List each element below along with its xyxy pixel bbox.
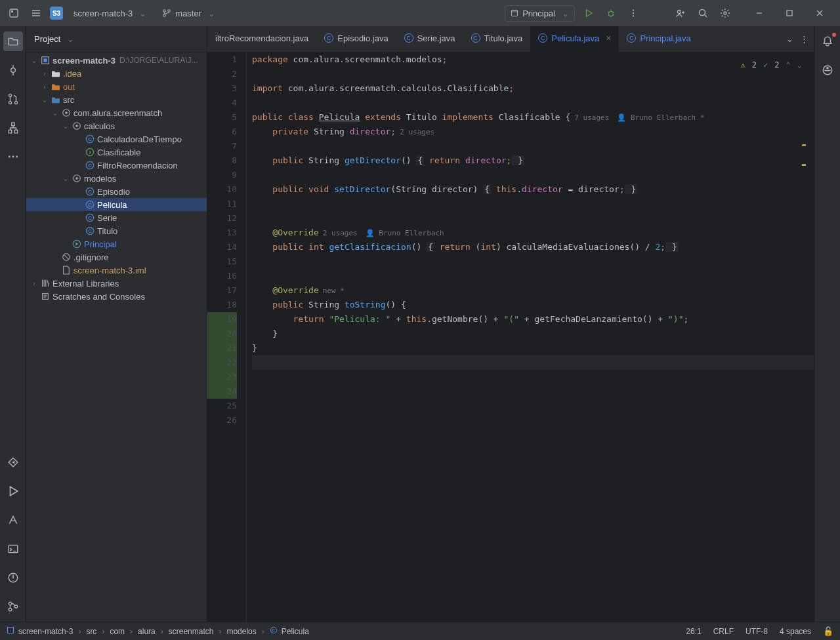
tree-item-iml[interactable]: screen-match-3.iml: [26, 264, 207, 277]
more-actions-icon[interactable]: [625, 5, 642, 22]
tree-item-class[interactable]: C CalculadoraDeTiempo: [26, 132, 207, 146]
tree-item-modelos[interactable]: ⌄ modelos: [26, 172, 207, 185]
tab-filtrorecomendacion[interactable]: iltroRecomendacion.java: [207, 26, 316, 52]
breadcrumb-item[interactable]: screen-match-3: [18, 627, 73, 636]
breadcrumb-item[interactable]: Pelicula: [282, 627, 309, 636]
tree-item-class[interactable]: C Titulo: [26, 224, 207, 237]
class-icon: C: [270, 626, 278, 636]
cursor-position[interactable]: 26:1: [686, 627, 701, 636]
tree-item-main-class[interactable]: Principal: [26, 237, 207, 250]
settings-icon[interactable]: [717, 5, 734, 22]
code-content[interactable]: package com.alura.screenmatch.modelos; i…: [247, 52, 814, 622]
ai-assistant-icon[interactable]: [818, 60, 837, 80]
build-tool-icon[interactable]: [3, 510, 23, 530]
indent[interactable]: 4 spaces: [780, 627, 811, 636]
tree-label: calculos: [84, 121, 115, 131]
readonly-toggle-icon[interactable]: 🔓: [823, 626, 833, 636]
services-tool-icon[interactable]: [3, 452, 23, 472]
tree-item-scratches[interactable]: Scratches and Consoles: [26, 290, 207, 303]
author-hint[interactable]: 👤 Bruno Ellerbach *: [613, 113, 708, 122]
debug-button[interactable]: [602, 5, 620, 22]
svg-rect-6: [512, 10, 518, 12]
breadcrumb-item[interactable]: screenmatch: [169, 627, 214, 636]
tree-label: CalculadoraDeTiempo: [97, 134, 182, 144]
tree-item-class[interactable]: C FiltroRecomendacion: [26, 159, 207, 172]
project-selector[interactable]: screen-match-3 ⌄: [68, 6, 152, 21]
breadcrumb-item[interactable]: com: [110, 627, 125, 636]
interface-icon: I: [84, 148, 96, 157]
more-tools-icon[interactable]: [3, 147, 23, 167]
vcs-branch-selector[interactable]: master ⌄: [157, 6, 220, 21]
svg-point-33: [65, 111, 68, 114]
tree-label: Episodio: [97, 187, 130, 197]
minimize-button[interactable]: [744, 0, 774, 26]
usages-hint[interactable]: 2 usages: [396, 128, 438, 136]
run-tool-icon[interactable]: [3, 481, 23, 501]
maximize-button[interactable]: [774, 0, 805, 26]
author-hint[interactable]: 👤 Bruno Ellerbach: [362, 229, 448, 237]
tree-item-idea[interactable]: › .idea: [26, 67, 207, 80]
breadcrumb-item[interactable]: modelos: [226, 627, 256, 636]
run-config-name: Principal: [522, 9, 555, 18]
code-with-me-icon[interactable]: [672, 5, 689, 22]
close-button[interactable]: [805, 0, 835, 26]
breadcrumb-item[interactable]: src: [86, 627, 96, 636]
tree-label: .idea: [63, 69, 81, 79]
tree-item-calculos[interactable]: ⌄ calculos: [26, 119, 207, 132]
tab-list-icon[interactable]: ⌄: [786, 34, 793, 44]
tree-label: FiltroRecomendacion: [97, 161, 178, 170]
tab-titulo[interactable]: CTitulo.java: [463, 26, 531, 52]
chevron-down-icon[interactable]: ⌄: [67, 34, 74, 44]
svg-text:C: C: [88, 189, 92, 195]
class-icon: C: [84, 187, 96, 196]
svg-point-15: [10, 68, 15, 73]
tree-item-external[interactable]: › External Libraries: [26, 277, 207, 290]
tree-item-out[interactable]: › out: [26, 80, 207, 93]
terminal-tool-icon[interactable]: [3, 539, 23, 559]
chevron-right-icon: ›: [219, 627, 221, 636]
tree-label: out: [63, 82, 75, 92]
tree-item-class[interactable]: C Serie: [26, 211, 207, 224]
search-icon[interactable]: [694, 5, 711, 22]
tab-pelicula[interactable]: CPelicula.java×: [530, 26, 619, 52]
project-tool-icon[interactable]: [3, 31, 23, 51]
commit-tool-icon[interactable]: [3, 60, 23, 80]
notifications-icon[interactable]: [818, 31, 837, 51]
structure-tool-icon[interactable]: [3, 118, 23, 138]
breadcrumb-module-icon: [7, 626, 14, 636]
close-tab-icon[interactable]: ×: [606, 33, 611, 43]
tree-item-package[interactable]: ⌄ com.alura.screenmatch: [26, 106, 207, 119]
tree-item-class-selected[interactable]: C Pelicula: [26, 198, 207, 211]
vcs-tool-icon[interactable]: [3, 597, 23, 616]
line-separator[interactable]: CRLF: [713, 627, 734, 636]
run-config-selector[interactable]: Principal ⌄: [505, 5, 575, 22]
tab-more-icon[interactable]: ⋮: [800, 34, 808, 44]
run-button[interactable]: [580, 5, 597, 22]
tree-root[interactable]: ⌄ screen-match-3 D:\JORGE\ALURA\J...: [26, 54, 207, 67]
new-hint[interactable]: new *: [319, 287, 348, 295]
usages-hint[interactable]: 2 usages: [319, 229, 362, 237]
svg-rect-19: [11, 123, 14, 126]
hamburger-icon[interactable]: [28, 5, 45, 22]
tab-principal[interactable]: CPrincipal.java: [619, 26, 698, 52]
usages-hint[interactable]: 7 usages: [570, 113, 613, 122]
tree-label: src: [63, 95, 74, 105]
gutter[interactable]: 1 2 3 4 5 6 7 8 9 10 11 12 13 14 15 16 1…: [207, 52, 247, 622]
svg-point-10: [633, 15, 634, 16]
breadcrumb-item[interactable]: alura: [138, 627, 156, 636]
tree-item-interface[interactable]: I Clasificable: [26, 146, 207, 159]
encoding[interactable]: UTF-8: [746, 627, 768, 636]
tab-episodio[interactable]: CEpisodio.java: [316, 26, 396, 52]
tab-serie[interactable]: CSerie.java: [396, 26, 463, 52]
svg-rect-31: [43, 58, 47, 62]
app-menu-icon[interactable]: [5, 5, 22, 22]
code-editor[interactable]: ⚠2 ✓2 ⌃ ⌄ 1 2 3 4 5 6 7 8 9 10 11 12 13 …: [207, 52, 814, 622]
tree-item-gitignore[interactable]: .gitignore: [26, 250, 207, 264]
problems-tool-icon[interactable]: [3, 568, 23, 588]
tree-item-src[interactable]: ⌄ src: [26, 93, 207, 106]
pull-requests-icon[interactable]: [3, 89, 23, 109]
class-icon: C: [84, 134, 96, 144]
tree-item-class[interactable]: C Episodio: [26, 185, 207, 198]
svg-text:C: C: [88, 228, 92, 234]
error-stripe[interactable]: [803, 52, 806, 622]
